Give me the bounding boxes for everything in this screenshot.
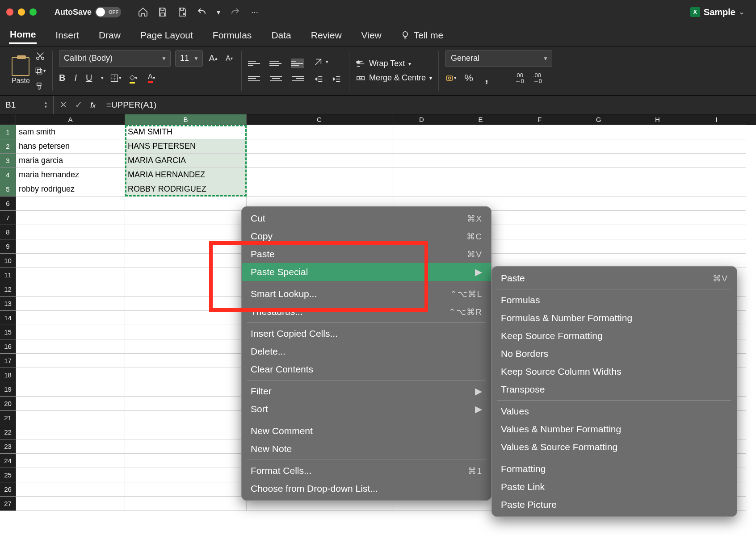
- cell[interactable]: [125, 282, 247, 297]
- menu-item[interactable]: Transpose: [492, 381, 737, 398]
- cell[interactable]: [569, 197, 628, 211]
- cell[interactable]: [125, 254, 247, 268]
- row-header[interactable]: 1: [0, 125, 16, 139]
- column-header[interactable]: D: [392, 114, 451, 125]
- menu-item[interactable]: Format Cells...⌘1: [242, 462, 491, 480]
- menu-item[interactable]: Values: [492, 402, 737, 420]
- cell[interactable]: [16, 497, 125, 511]
- tab-data[interactable]: Data: [270, 27, 292, 43]
- cell[interactable]: [16, 454, 125, 468]
- align-right-icon[interactable]: [291, 74, 304, 84]
- menu-item[interactable]: Filter▶: [242, 382, 491, 400]
- cell[interactable]: [125, 325, 247, 339]
- menu-item[interactable]: Insert Copied Cells...: [242, 325, 491, 343]
- menu-item[interactable]: No Borders: [492, 345, 737, 363]
- cell[interactable]: [16, 482, 125, 497]
- more-icon[interactable]: ⋯: [249, 6, 260, 18]
- menu-item[interactable]: Paste Picture: [492, 496, 737, 514]
- cell[interactable]: [510, 182, 569, 197]
- enter-formula-icon[interactable]: ✓: [75, 100, 82, 110]
- home-icon[interactable]: [137, 6, 149, 18]
- cell[interactable]: [16, 339, 125, 354]
- menu-item[interactable]: Choose from Drop-down List...: [242, 480, 491, 498]
- fx-icon[interactable]: fx: [90, 100, 96, 110]
- cell[interactable]: [569, 168, 628, 182]
- cell[interactable]: [510, 211, 569, 225]
- cancel-formula-icon[interactable]: ✕: [60, 100, 67, 110]
- row-header[interactable]: 22: [0, 425, 16, 439]
- cell[interactable]: [16, 311, 125, 325]
- row-header[interactable]: 27: [0, 497, 16, 511]
- row-header[interactable]: 16: [0, 339, 16, 354]
- row-header[interactable]: 2: [0, 139, 16, 154]
- formula-input[interactable]: =UPPER(A1): [102, 100, 756, 110]
- cell[interactable]: [510, 239, 569, 254]
- accounting-format-icon[interactable]: ▾: [445, 72, 457, 84]
- namebox-stepper-icon[interactable]: ▲▼: [44, 101, 48, 109]
- cell[interactable]: [125, 339, 247, 354]
- cell[interactable]: [247, 125, 392, 139]
- cell[interactable]: [16, 225, 125, 239]
- row-header[interactable]: 3: [0, 154, 16, 168]
- row-header[interactable]: 10: [0, 254, 16, 268]
- cell[interactable]: [125, 354, 247, 368]
- menu-item[interactable]: New Note: [242, 440, 491, 458]
- row-header[interactable]: 24: [0, 454, 16, 468]
- cell[interactable]: [687, 239, 746, 254]
- tell-me-search[interactable]: Tell me: [400, 30, 444, 41]
- cell[interactable]: [16, 354, 125, 368]
- row-header[interactable]: 21: [0, 411, 16, 425]
- row-header[interactable]: 23: [0, 439, 16, 454]
- cell[interactable]: [687, 139, 746, 154]
- increase-indent-icon[interactable]: [331, 73, 343, 85]
- column-header[interactable]: G: [569, 114, 628, 125]
- close-window-button[interactable]: [6, 8, 13, 16]
- cell[interactable]: [628, 197, 687, 211]
- cell[interactable]: [451, 139, 510, 154]
- cell[interactable]: [16, 382, 125, 397]
- save-as-icon[interactable]: [176, 6, 188, 18]
- cell[interactable]: [451, 125, 510, 139]
- cell[interactable]: [628, 225, 687, 239]
- cell[interactable]: [247, 139, 392, 154]
- increase-decimal-icon[interactable]: .00←0: [514, 72, 525, 84]
- cell[interactable]: [510, 168, 569, 182]
- cell[interactable]: [125, 197, 247, 211]
- cell[interactable]: ROBBY RODRIGUEZ: [125, 182, 247, 197]
- align-left-icon[interactable]: [248, 74, 261, 84]
- cell[interactable]: [569, 239, 628, 254]
- cell[interactable]: [125, 211, 247, 225]
- cell[interactable]: [569, 139, 628, 154]
- cell[interactable]: [125, 482, 247, 497]
- cell[interactable]: [510, 125, 569, 139]
- cell[interactable]: [628, 239, 687, 254]
- menu-item[interactable]: Sort▶: [242, 400, 491, 418]
- menu-item[interactable]: Keep Source Formatting: [492, 327, 737, 345]
- cell[interactable]: [16, 254, 125, 268]
- borders-icon[interactable]: ▾: [110, 72, 122, 84]
- cut-icon[interactable]: [34, 50, 46, 62]
- underline-button[interactable]: U: [86, 73, 92, 83]
- cell[interactable]: [510, 197, 569, 211]
- cell[interactable]: robby rodriguez: [16, 182, 125, 197]
- cell[interactable]: [628, 168, 687, 182]
- merge-center-button[interactable]: Merge & Centre ▾: [356, 73, 432, 83]
- row-header[interactable]: 9: [0, 239, 16, 254]
- decrease-decimal-icon[interactable]: .00→0: [532, 72, 543, 84]
- menu-item[interactable]: Formulas & Number Formatting: [492, 309, 737, 327]
- row-header[interactable]: 12: [0, 282, 16, 297]
- cell[interactable]: HANS PETERSEN: [125, 139, 247, 154]
- cell[interactable]: [16, 268, 125, 282]
- cell[interactable]: [510, 139, 569, 154]
- tab-insert[interactable]: Insert: [55, 27, 80, 43]
- menu-item[interactable]: Formulas: [492, 291, 737, 309]
- minimize-window-button[interactable]: [18, 8, 25, 16]
- percent-format-icon[interactable]: %: [463, 72, 475, 84]
- cell[interactable]: [16, 368, 125, 382]
- bold-button[interactable]: B: [59, 73, 65, 83]
- document-title[interactable]: X Sample ⌄: [690, 7, 750, 17]
- cell[interactable]: [628, 139, 687, 154]
- cell[interactable]: [16, 397, 125, 411]
- cell[interactable]: [247, 154, 392, 168]
- decrease-font-icon[interactable]: A▾: [223, 53, 235, 64]
